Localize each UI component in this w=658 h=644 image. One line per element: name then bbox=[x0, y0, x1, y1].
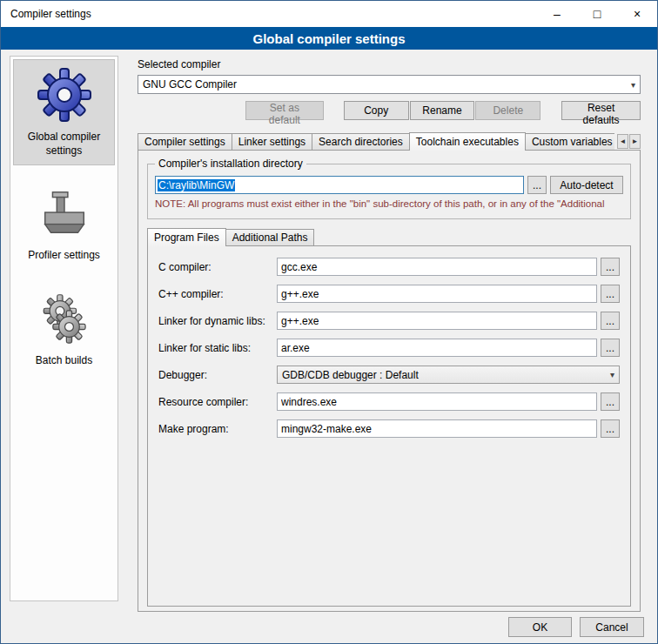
maximize-button[interactable]: □ bbox=[577, 1, 617, 27]
static-linker-input[interactable] bbox=[277, 339, 597, 357]
dialog-banner: Global compiler settings bbox=[1, 27, 657, 50]
reset-defaults-button[interactable]: Reset defaults bbox=[561, 101, 641, 120]
rename-button[interactable]: Rename bbox=[410, 101, 475, 120]
sidebar-item-batch-builds[interactable]: Batch builds bbox=[13, 285, 115, 376]
cpp-compiler-input[interactable] bbox=[277, 285, 597, 303]
cpp-compiler-browse-button[interactable]: ... bbox=[601, 285, 620, 303]
make-program-input[interactable] bbox=[277, 419, 597, 438]
resource-compiler-label: Resource compiler: bbox=[158, 396, 277, 408]
installation-directory-group: Compiler's installation directory C:\ray… bbox=[147, 164, 631, 219]
gears-gray-icon bbox=[37, 292, 91, 346]
installation-directory-value: C:\raylib\MinGW bbox=[158, 179, 235, 191]
bin-subdirectory-note: NOTE: All programs must exist either in … bbox=[155, 198, 623, 209]
delete-button: Delete bbox=[475, 101, 540, 120]
installation-directory-group-label: Compiler's installation directory bbox=[155, 158, 306, 170]
gear-blue-icon bbox=[37, 67, 92, 123]
chevron-down-icon: ▾ bbox=[628, 80, 635, 90]
dynamic-linker-input[interactable] bbox=[277, 312, 597, 330]
sidebar-item-profiler-settings[interactable]: Profiler settings bbox=[13, 179, 115, 271]
compiler-tabs: Compiler settings Linker settings Search… bbox=[138, 132, 641, 151]
static-linker-browse-button[interactable]: ... bbox=[601, 339, 620, 357]
tab-toolchain-executables[interactable]: Toolchain executables bbox=[409, 132, 526, 151]
debugger-value: GDB/CDB debugger : Default bbox=[282, 369, 607, 381]
close-button[interactable]: × bbox=[617, 1, 657, 27]
selected-compiler-label: Selected compiler bbox=[138, 58, 641, 70]
cpp-compiler-row: C++ compiler: ... bbox=[158, 285, 620, 303]
resource-compiler-input[interactable] bbox=[277, 392, 597, 411]
debugger-label: Debugger: bbox=[158, 369, 277, 381]
cancel-button[interactable]: Cancel bbox=[580, 617, 644, 637]
tab-search-directories[interactable]: Search directories bbox=[312, 133, 410, 150]
close-icon: × bbox=[634, 7, 641, 21]
compiler-actions: Set as default Copy Rename Delete Reset … bbox=[138, 101, 641, 120]
sidebar-item-label: Profiler settings bbox=[28, 249, 100, 263]
static-linker-row: Linker for static libs: ... bbox=[158, 339, 620, 357]
main-panel: Selected compiler GNU GCC Compiler ▾ Set… bbox=[127, 55, 650, 612]
selected-compiler-dropdown[interactable]: GNU GCC Compiler ▾ bbox=[138, 75, 641, 94]
copy-button[interactable]: Copy bbox=[344, 101, 409, 120]
dynamic-linker-label: Linker for dynamic libs: bbox=[158, 315, 277, 327]
sidebar-item-label: Global compiler settings bbox=[16, 131, 112, 158]
set-as-default-button: Set as default bbox=[245, 101, 324, 120]
banner-title: Global compiler settings bbox=[252, 31, 405, 46]
sidebar-item-label: Batch builds bbox=[36, 354, 92, 368]
dialog-footer: OK Cancel bbox=[508, 617, 644, 637]
tab-additional-paths[interactable]: Additional Paths bbox=[225, 229, 315, 245]
titlebar-buttons: – □ × bbox=[537, 1, 657, 27]
arrow-left-icon: ◄ bbox=[620, 138, 627, 145]
c-compiler-row: C compiler: ... bbox=[158, 258, 620, 276]
installation-directory-input[interactable]: C:\raylib\MinGW bbox=[155, 176, 524, 194]
make-program-row: Make program: ... bbox=[158, 419, 620, 438]
program-files-panel: C compiler: ... C++ compiler: ... Linker… bbox=[147, 245, 631, 607]
arrow-right-icon: ► bbox=[632, 138, 639, 145]
tab-linker-settings[interactable]: Linker settings bbox=[232, 133, 312, 150]
program-tabs: Program Files Additional Paths bbox=[147, 228, 314, 246]
profiler-tool-icon bbox=[37, 187, 91, 241]
dynamic-linker-row: Linker for dynamic libs: ... bbox=[158, 312, 620, 330]
minimize-icon: – bbox=[554, 7, 561, 21]
minimize-button[interactable]: – bbox=[537, 1, 577, 27]
tab-scroll-buttons: ◄ ► bbox=[617, 134, 641, 149]
tab-scroll-left-button[interactable]: ◄ bbox=[617, 134, 628, 149]
tab-list: Compiler settings Linker settings Search… bbox=[138, 132, 614, 151]
static-linker-label: Linker for static libs: bbox=[158, 342, 277, 354]
tab-scroll-right-button[interactable]: ► bbox=[629, 134, 641, 149]
titlebar: Compiler settings – □ × bbox=[1, 1, 657, 27]
resource-compiler-browse-button[interactable]: ... bbox=[601, 392, 620, 411]
sidebar-item-global-compiler-settings[interactable]: Global compiler settings bbox=[13, 59, 115, 165]
dynamic-linker-browse-button[interactable]: ... bbox=[601, 312, 620, 330]
tab-compiler-settings[interactable]: Compiler settings bbox=[138, 133, 232, 150]
make-program-label: Make program: bbox=[158, 423, 277, 435]
c-compiler-browse-button[interactable]: ... bbox=[601, 258, 620, 276]
toolchain-executables-page: Compiler's installation directory C:\ray… bbox=[138, 150, 641, 612]
window-title: Compiler settings bbox=[1, 8, 91, 20]
debugger-row: Debugger: GDB/CDB debugger : Default ▾ bbox=[158, 366, 620, 384]
tab-program-files[interactable]: Program Files bbox=[147, 228, 226, 246]
browse-directory-button[interactable]: ... bbox=[527, 176, 547, 194]
c-compiler-input[interactable] bbox=[277, 258, 597, 276]
ok-button[interactable]: OK bbox=[508, 617, 572, 637]
cpp-compiler-label: C++ compiler: bbox=[158, 288, 277, 300]
auto-detect-button[interactable]: Auto-detect bbox=[550, 176, 623, 194]
chevron-down-icon: ▾ bbox=[607, 370, 614, 379]
compiler-settings-window: Compiler settings – □ × Global compiler … bbox=[0, 0, 658, 644]
selected-compiler-value: GNU GCC Compiler bbox=[143, 78, 628, 91]
make-program-browse-button[interactable]: ... bbox=[601, 419, 620, 438]
debugger-dropdown[interactable]: GDB/CDB debugger : Default ▾ bbox=[277, 366, 620, 384]
c-compiler-label: C compiler: bbox=[158, 261, 277, 273]
maximize-icon: □ bbox=[594, 7, 601, 21]
tab-custom-variables[interactable]: Custom variables bbox=[525, 133, 614, 150]
settings-sidebar: Global compiler settings Profiler settin… bbox=[10, 56, 118, 601]
resource-compiler-row: Resource compiler: ... bbox=[158, 392, 620, 411]
